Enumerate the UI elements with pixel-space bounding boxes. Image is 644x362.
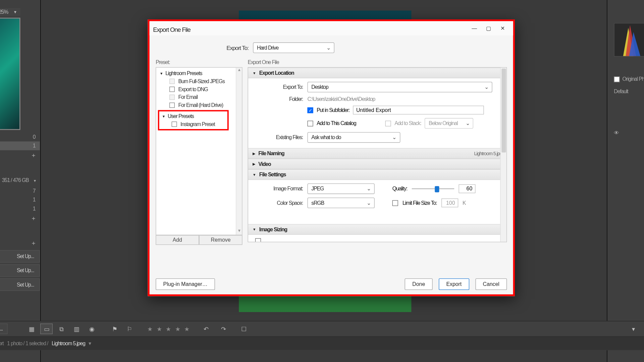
default-row[interactable]: 👁 Default [614, 130, 644, 136]
checkbox[interactable] [172, 122, 177, 127]
slider-handle[interactable] [435, 186, 439, 192]
color-space-select[interactable]: sRGB ⌄ [307, 197, 374, 208]
checkbox[interactable] [169, 79, 175, 84]
section-image-sizing[interactable]: ▼ Image Sizing [248, 224, 506, 235]
minimize-button[interactable]: — [467, 23, 481, 34]
default-preset-button[interactable]: Default [614, 88, 644, 95]
image-format-select[interactable]: JPEG ⌄ [307, 183, 374, 194]
add-row-button[interactable]: ＋ [0, 238, 40, 248]
status-bar: ious Import 1 photo / 1 selected / Light… [0, 337, 644, 350]
quality-input[interactable] [459, 184, 475, 193]
quality-slider[interactable] [412, 185, 454, 192]
section-file-naming[interactable]: ▶ File Naming Lightroom 5.jpg [248, 148, 506, 159]
resize-checkbox[interactable] [255, 238, 261, 242]
rotate-left-icon[interactable]: ↶ [200, 323, 212, 334]
preset-group-lightroom[interactable]: ▼ Lightroom Presets [157, 69, 241, 77]
add-catalog-checkbox[interactable] [307, 120, 313, 126]
section-file-settings[interactable]: ▼ File Settings [248, 169, 506, 180]
folder-label: Folder: [255, 96, 303, 102]
add-preset-button[interactable]: Add [156, 235, 199, 245]
add-stack-label: Add to Stack: [394, 120, 421, 126]
drive-usage[interactable]: 351 / 476 GB [0, 174, 40, 187]
subfolder-label: Put in Subfolder: [317, 107, 350, 113]
stack-position-select[interactable]: Below Original ⌄ [425, 118, 473, 129]
done-button[interactable]: Done [405, 279, 433, 290]
scrollbar[interactable]: ▲ ▼ [236, 68, 242, 235]
add-row-button[interactable]: ＋ [0, 213, 40, 224]
checkbox[interactable] [169, 86, 175, 92]
limit-filesize-label: Limit File Size To: [402, 200, 437, 206]
people-view-icon[interactable]: ◉ [86, 323, 98, 334]
checkbox[interactable] [169, 95, 175, 100]
remove-preset-button[interactable]: Remove [199, 235, 242, 245]
thumbnail-preview[interactable] [0, 18, 20, 130]
checkbox[interactable] [614, 76, 620, 82]
chevron-down-icon [32, 177, 37, 183]
status-filename: Lightroom 5.jpeg [52, 340, 85, 346]
flag-pick-icon[interactable]: ⚑ [108, 323, 121, 334]
user-presets-highlight: ▼ User Presets Instagram Preset [158, 110, 229, 130]
setup-button[interactable]: Set Up... [0, 264, 40, 277]
export-dialog: Export One File — ▢ ✕ Export To: Hard Dr… [148, 19, 515, 296]
original-photo-toggle[interactable]: Original Ph [614, 76, 644, 82]
dialog-titlebar[interactable]: Export One File — ▢ ✕ [150, 21, 513, 35]
preset-label: Preset: [156, 59, 242, 65]
preset-item[interactable]: Export to DNG [157, 85, 241, 94]
chevron-down-icon[interactable]: ▾ [89, 340, 91, 346]
chevron-down-icon: ⌄ [326, 45, 330, 51]
chevron-down-icon: ⌄ [367, 200, 371, 206]
scrollbar-thumb[interactable] [501, 68, 506, 153]
grid-view-icon[interactable]: ▦ [25, 323, 38, 334]
preset-group-user[interactable]: ▼ User Presets [159, 112, 227, 120]
compare-view-icon[interactable]: ⧉ [55, 323, 68, 334]
export-button[interactable]: Export [439, 279, 469, 290]
subfolder-input[interactable] [353, 106, 484, 114]
plugin-manager-button[interactable]: Plug-in Manager… [156, 279, 215, 290]
left-count-rows: 0 1 ＋ 351 / 476 GB 7 1 1 ＋ ＋ Set Up... S… [0, 133, 40, 291]
cancel-button[interactable]: Cancel [475, 279, 507, 290]
preset-item[interactable]: For Email [157, 93, 241, 101]
chevron-down-icon: ⌄ [484, 84, 488, 90]
export-location-select[interactable]: Desktop ⌄ [307, 82, 492, 93]
preset-item[interactable]: Instagram Preset [159, 120, 227, 128]
rotate-right-icon[interactable]: ↷ [217, 323, 230, 334]
preset-item[interactable]: Burn Full-Sized JPEGs [157, 77, 241, 85]
zoom-selector[interactable]: 100% 25% ▼ [0, 8, 20, 16]
export-button[interactable]: Export... [0, 323, 7, 334]
scroll-down-icon[interactable]: ▼ [236, 229, 242, 235]
preset-listbox[interactable]: ▲ ▼ ▼ Lightroom Presets Burn Full-Sized … [156, 67, 242, 235]
chevron-down-icon[interactable]: ▾ [627, 323, 640, 334]
checkbox[interactable] [169, 103, 175, 108]
count-row: 0 [0, 133, 40, 141]
count-row: 1 [0, 204, 40, 213]
dialog-title: Export One File [153, 23, 467, 33]
sync-icon[interactable]: ☐ [238, 323, 250, 334]
limit-filesize-input[interactable] [441, 198, 458, 207]
triangle-right-icon: ▶ [253, 162, 255, 166]
existing-files-select[interactable]: Ask what to do ⌄ [307, 132, 400, 143]
count-row: 7 [0, 186, 40, 195]
loupe-view-icon[interactable]: ▭ [40, 323, 53, 334]
setup-button[interactable]: Set Up... [0, 279, 40, 291]
flag-reject-icon[interactable]: ⚐ [123, 323, 136, 334]
add-stack-checkbox[interactable] [385, 120, 391, 126]
close-button[interactable]: ✕ [495, 23, 509, 34]
maximize-button[interactable]: ▢ [481, 23, 495, 34]
folder-path: C:\Users\zakia\OneDrive\Desktop [307, 96, 375, 102]
preset-item[interactable]: For Email (Hard Drive) [157, 101, 241, 109]
survey-view-icon[interactable]: ▥ [70, 323, 83, 334]
limit-filesize-checkbox[interactable] [392, 200, 398, 206]
setup-button[interactable]: Set Up... [0, 250, 40, 262]
section-export-location[interactable]: ▼ Export Location [248, 68, 506, 78]
triangle-down-icon: ▼ [253, 173, 256, 177]
export-to-select[interactable]: Hard Drive ⌄ [253, 43, 334, 53]
subfolder-checkbox[interactable]: ✓ [307, 107, 313, 113]
scroll-up-icon[interactable]: ▲ [236, 68, 242, 74]
scrollbar[interactable] [500, 68, 506, 242]
rating-stars[interactable]: ★ ★ ★ ★ ★ [147, 325, 191, 333]
quality-label: Quality: [392, 186, 408, 192]
file-naming-summary: Lightroom 5.jpg [474, 151, 502, 156]
section-video[interactable]: ▶ Video [248, 159, 506, 169]
add-catalog-label: Add to This Catalog [317, 120, 356, 126]
add-row-button[interactable]: ＋ [0, 150, 40, 161]
